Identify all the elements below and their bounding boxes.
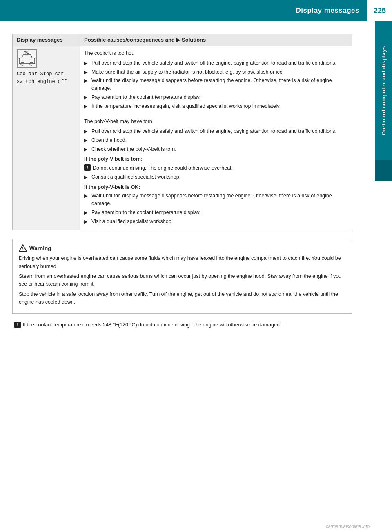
warning-label: Warning (29, 245, 51, 251)
solution-item: ▶ Pay attention to the coolant temperatu… (84, 209, 348, 217)
note-line: ! If the coolant temperature exceeds 248… (12, 321, 352, 329)
exclamation-icon: ! (84, 164, 91, 171)
arrow-icon: ▶ (84, 60, 91, 67)
solutions-cell-part1: The coolant is too hot. ▶ Pull over and … (80, 46, 352, 115)
solution-text: Visit a qualified specialist workshop. (91, 218, 173, 226)
polyvbelt-intro: The poly-V-belt may have torn. (84, 118, 348, 125)
solution-text: Check whether the poly-V-belt is torn. (91, 145, 176, 153)
solution-text: Pay attention to the coolant temperature… (91, 94, 200, 101)
solution-text: Wait until the display message disappear… (91, 192, 348, 208)
solution-text: Consult a qualified specialist workshop. (91, 173, 180, 181)
header-bar: Display messages 225 (0, 0, 392, 21)
note-exclamation-icon: ! (14, 322, 21, 328)
page-number: 225 (374, 7, 386, 15)
main-content: Display messages Possible causes/consequ… (0, 21, 375, 341)
solution-item: ▶ Pull over and stop the vehicle safely … (84, 59, 348, 67)
coolant-svg-icon (18, 51, 36, 66)
solution-item: ▶ Visit a qualified specialist workshop. (84, 218, 348, 226)
triangle-svg: ! (19, 244, 27, 252)
watermark: carmanualsonline.info (326, 524, 370, 529)
solution-item: ▶ Make sure that the air supply to the r… (84, 68, 348, 76)
col-header-display-messages: Display messages (13, 34, 80, 46)
warning-box: ! Warning Driving when your engine is ov… (12, 239, 352, 313)
solution-item: ▶ Consult a qualified specialist worksho… (84, 173, 348, 181)
table-row: Coolant Stop car,switch engine off The c… (13, 46, 352, 115)
arrow-icon: ▶ (84, 146, 91, 153)
solution-text: Do not continue driving. The engine coul… (93, 164, 233, 172)
warning-triangle-icon: ! (19, 244, 27, 252)
arrow-icon: ▶ (84, 137, 91, 144)
solution-text: Open the hood. (91, 136, 127, 144)
svg-rect-0 (19, 58, 35, 64)
arrow-icon: ▶ (84, 103, 91, 110)
condition-ok-label: If the poly-V-belt is OK: (84, 183, 348, 191)
svg-text:!: ! (22, 247, 23, 251)
warning-paragraph-1: Driving when your engine is overheated c… (19, 255, 346, 270)
solution-item: ! Do not continue driving. The engine co… (84, 164, 348, 172)
coolant-stop-icon (17, 49, 37, 68)
solution-item: ▶ Wait until the display message disappe… (84, 77, 348, 92)
solution-text: Wait until the display message disappear… (91, 77, 348, 92)
arrow-icon: ▶ (84, 77, 91, 84)
solution-item: ▶ Pay attention to the coolant temperatu… (84, 94, 348, 101)
solution-item: ▶ Pull over and stop the vehicle safely … (84, 127, 348, 135)
solution-text: If the temperature increases again, visi… (91, 103, 281, 110)
solution-text: Pull over and stop the vehicle safely an… (91, 59, 336, 67)
display-messages-table: Display messages Possible causes/consequ… (12, 34, 352, 230)
side-tab-label: On-board computer and displays (381, 46, 387, 136)
side-tab: On-board computer and displays (375, 21, 392, 160)
display-msg-text: Coolant Stop car,switch engine off (17, 70, 76, 86)
arrow-icon: ▶ (84, 192, 91, 199)
display-msg-cell: Coolant Stop car,switch engine off (13, 46, 80, 230)
arrow-icon: ▶ (84, 218, 91, 225)
solution-item: ▶ Check whether the poly-V-belt is torn. (84, 145, 348, 153)
arrow-icon: ▶ (84, 94, 91, 101)
warning-paragraph-2: Steam from an overheated engine can caus… (19, 273, 346, 288)
arrow-icon: ▶ (84, 174, 91, 181)
arrow-icon: ▶ (84, 128, 91, 135)
solution-item: ▶ Open the hood. (84, 136, 348, 144)
side-tab-marker (375, 160, 392, 181)
solution-text: Pull over and stop the vehicle safely an… (91, 127, 336, 135)
warning-title: ! Warning (19, 244, 346, 252)
solution-text: Make sure that the air supply to the rad… (91, 68, 284, 76)
page-number-box: 225 (368, 0, 392, 21)
solution-item: ▶ Wait until the display message disappe… (84, 192, 348, 208)
col-header-solutions: Possible causes/consequences and ▶ Solut… (80, 34, 352, 46)
coolant-intro: The coolant is too hot. (84, 49, 348, 57)
condition-torn-label: If the poly-V-belt is torn: (84, 155, 348, 163)
arrow-icon: ▶ (84, 209, 91, 216)
arrow-icon: ▶ (84, 69, 91, 76)
solution-item: ▶ If the temperature increases again, vi… (84, 103, 348, 110)
solutions-cell-part2: The poly-V-belt may have torn. ▶ Pull ov… (80, 114, 352, 230)
note-text: If the coolant temperature exceeds 248 °… (23, 321, 281, 329)
solution-text: Pay attention to the coolant temperature… (91, 209, 200, 217)
warning-paragraph-3: Stop the vehicle in a safe location away… (19, 291, 346, 306)
header-title: Display messages (296, 7, 359, 15)
